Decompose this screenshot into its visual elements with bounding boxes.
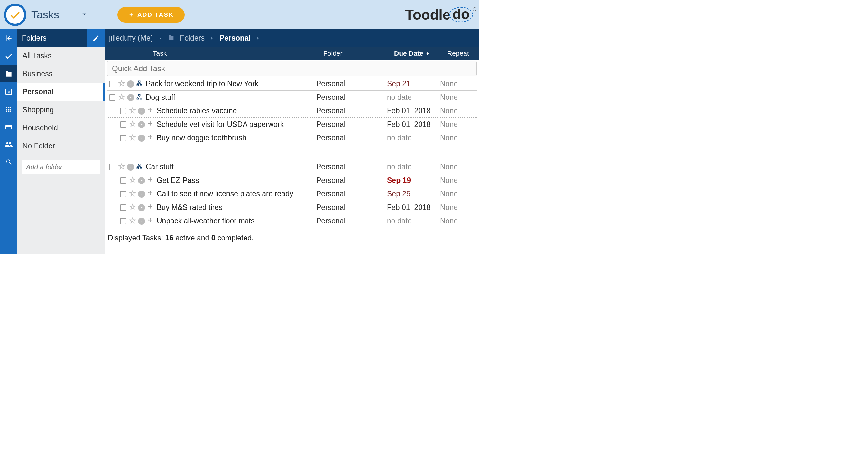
footer-summary: Displayed Tasks: 16 active and 0 complet…	[104, 228, 479, 248]
star-icon[interactable]	[129, 134, 136, 142]
add-folder-input[interactable]	[22, 160, 100, 174]
folder-item[interactable]: Shopping	[18, 101, 104, 119]
rail-search[interactable]	[0, 153, 18, 171]
chevron-right-icon	[158, 34, 162, 42]
task-checkbox[interactable]	[120, 135, 126, 141]
star-icon[interactable]	[129, 176, 136, 185]
breadcrumb-section[interactable]: Folders	[180, 34, 205, 42]
task-due: Feb 01, 2018	[387, 107, 440, 115]
move-icon[interactable]	[147, 177, 153, 184]
task-checkbox[interactable]	[120, 218, 126, 224]
task-checkbox[interactable]	[120, 204, 126, 211]
star-icon[interactable]	[129, 203, 136, 212]
folder-list: All TasksBusinessPersonalShoppingHouseho…	[18, 47, 104, 155]
hierarchy-icon	[136, 94, 143, 102]
rail-collapse[interactable]	[0, 29, 18, 47]
task-row[interactable]: Pack for weekend trip to New YorkPersona…	[107, 77, 477, 91]
expand-toggle[interactable]	[138, 121, 145, 128]
task-folder: Personal	[316, 217, 387, 225]
quick-add-input[interactable]	[107, 61, 477, 76]
star-icon[interactable]	[118, 93, 125, 102]
col-due[interactable]: Due Date	[394, 50, 447, 57]
task-checkbox[interactable]	[120, 191, 126, 197]
task-row[interactable]: Get EZ-PassPersonalSep 19None	[107, 174, 477, 188]
task-due: no date	[387, 134, 440, 142]
folder-small-icon	[167, 34, 175, 43]
task-repeat: None	[440, 120, 458, 129]
task-checkbox[interactable]	[109, 94, 116, 101]
rail-folders[interactable]	[0, 65, 18, 82]
expand-toggle[interactable]	[138, 218, 145, 225]
task-title: Buy new doggie toothbrush	[157, 134, 316, 142]
task-checkbox[interactable]	[120, 177, 126, 184]
section-dropdown[interactable]	[80, 10, 89, 20]
expand-toggle[interactable]	[127, 81, 134, 88]
move-icon[interactable]	[147, 204, 153, 211]
rail-card[interactable]	[0, 118, 18, 136]
svg-rect-5	[137, 84, 139, 86]
task-checkbox[interactable]	[120, 121, 126, 128]
rail-people[interactable]	[0, 136, 18, 153]
rail-grid[interactable]	[0, 100, 18, 118]
folder-item[interactable]: Business	[18, 65, 104, 83]
task-checkbox[interactable]	[109, 81, 116, 87]
rail-checklist[interactable]	[0, 47, 18, 65]
star-icon[interactable]	[129, 120, 136, 129]
breadcrumb: jilleduffy (Me) Folders Personal	[104, 29, 479, 47]
main-layout: 31 Folders All TasksBusinessPersonalShop…	[0, 29, 479, 254]
add-task-button[interactable]: ADD TASK	[117, 7, 185, 23]
expand-toggle[interactable]	[138, 108, 145, 115]
brand-prefix: Toodle	[405, 7, 451, 23]
folder-item[interactable]: All Tasks	[18, 47, 104, 65]
move-icon[interactable]	[147, 190, 153, 198]
registered-mark: ®	[473, 7, 476, 12]
task-due: Sep 19	[387, 176, 440, 185]
task-row[interactable]: Buy new doggie toothbrushPersonalno date…	[107, 131, 477, 145]
app-section-title: Tasks	[31, 8, 59, 21]
expand-toggle[interactable]	[127, 94, 134, 101]
svg-rect-8	[137, 98, 139, 99]
task-row[interactable]: Car stuffPersonalno dateNone	[107, 160, 477, 174]
expand-toggle[interactable]	[138, 135, 145, 142]
task-due: Sep 21	[387, 80, 440, 88]
folder-item[interactable]: Personal	[18, 83, 104, 101]
col-repeat[interactable]: Repeat	[447, 50, 479, 57]
folder-item[interactable]: Household	[18, 119, 104, 137]
col-folder[interactable]: Folder	[323, 50, 394, 57]
task-repeat: None	[440, 203, 458, 212]
star-icon[interactable]	[129, 217, 136, 225]
star-icon[interactable]	[118, 163, 125, 171]
move-icon[interactable]	[147, 134, 153, 142]
task-row[interactable]: Buy M&S rated tiresPersonalFeb 01, 2018N…	[107, 201, 477, 214]
task-row[interactable]: Unpack all-weather floor matsPersonalno …	[107, 214, 477, 228]
content-area: jilleduffy (Me) Folders Personal Task Fo…	[104, 29, 479, 254]
expand-toggle[interactable]	[138, 204, 145, 211]
chevron-down-icon	[80, 10, 89, 18]
task-checkbox[interactable]	[109, 164, 116, 170]
move-icon[interactable]	[147, 217, 153, 225]
footer-prefix: Displayed Tasks:	[108, 234, 165, 242]
col-task[interactable]: Task	[153, 50, 323, 57]
task-repeat: None	[440, 176, 458, 185]
task-checkbox[interactable]	[120, 108, 126, 114]
expand-toggle[interactable]	[138, 177, 145, 184]
task-row[interactable]: Call to see if new license plates are re…	[107, 188, 477, 201]
expand-toggle[interactable]	[127, 164, 134, 171]
grid-icon	[5, 106, 12, 113]
task-row[interactable]: Schedule rabies vaccinePersonalFeb 01, 2…	[107, 104, 477, 118]
star-icon[interactable]	[129, 190, 136, 198]
breadcrumb-user[interactable]: jilleduffy (Me)	[109, 34, 153, 42]
folder-item[interactable]: No Folder	[18, 137, 104, 155]
rail-calendar[interactable]: 31	[0, 82, 18, 100]
move-icon[interactable]	[147, 107, 153, 115]
svg-rect-9	[140, 98, 142, 99]
move-icon[interactable]	[147, 121, 153, 128]
edit-folders-button[interactable]	[87, 29, 104, 47]
task-row[interactable]: Dog stuffPersonalno dateNone	[107, 91, 477, 104]
star-icon[interactable]	[118, 80, 125, 88]
expand-toggle[interactable]	[138, 191, 145, 198]
task-row[interactable]: Schedule vet visit for USDA paperworkPer…	[107, 118, 477, 131]
plus-icon	[128, 12, 134, 18]
task-repeat: None	[440, 163, 458, 171]
star-icon[interactable]	[129, 107, 136, 115]
